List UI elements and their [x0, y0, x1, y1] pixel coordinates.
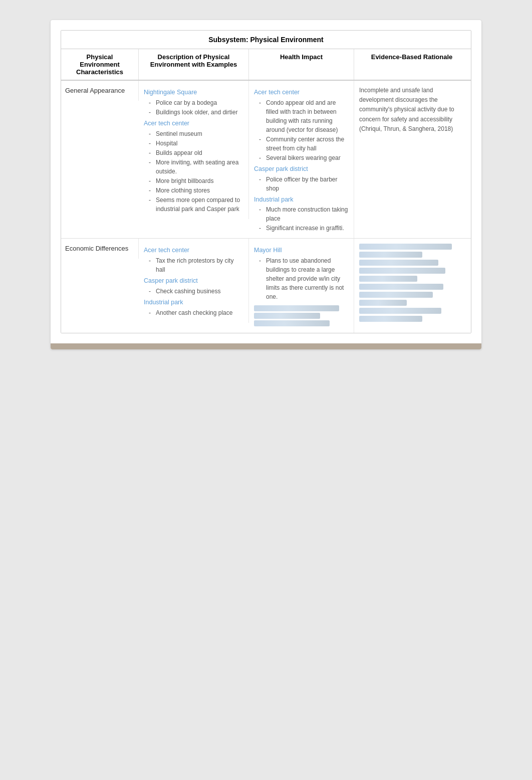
bullet-item: Plans to use abandoned buildings to crea… [259, 256, 349, 301]
rationale-text: Incomplete and unsafe land development d… [359, 86, 464, 134]
industrial-health-bullets: Much more construction taking place Sign… [254, 205, 349, 233]
table-body: General Appearance Nightingale Square Po… [61, 81, 471, 333]
acer-econ-bullets: Tax the rich protestors by city hall [144, 256, 243, 274]
row2-rationale [354, 239, 469, 328]
location-industrial-health: Industrial park [254, 195, 349, 205]
row1-rationale: Incomplete and unsafe land development d… [354, 81, 469, 139]
col-header-4: Evidence-Based Rationale [354, 49, 469, 80]
bullet-item: Builds appear old [149, 148, 243, 157]
row2-label: Economic Differences [61, 239, 139, 259]
location-acer: Acer tech center [144, 119, 243, 128]
bullet-item: Sentinel museum [149, 129, 243, 138]
bullet-item: Condo appear old and are filled with tra… [259, 98, 349, 134]
location-mayor-hill: Mayor Hill [254, 246, 349, 255]
nightingale-bullets: Police car by a bodega Buildings look ol… [144, 98, 243, 117]
bullet-item: More bright billboards [149, 176, 243, 185]
row1-label: General Appearance [61, 81, 139, 101]
bottom-bar [51, 343, 481, 349]
casper-econ-bullets: Check cashing business [144, 287, 243, 296]
bullet-item: More clothing stores [149, 186, 243, 195]
table-row: Economic Differences Acer tech center Ta… [61, 239, 471, 333]
location-casper-health: Casper park district [254, 164, 349, 174]
column-headers: Physical Environment Characteristics Des… [61, 49, 471, 81]
bullet-item: Check cashing business [149, 287, 243, 296]
casper-health-bullets: Police officer by the barber shop [254, 175, 349, 193]
col-header-3: Health Impact [249, 49, 354, 80]
location-nightingale: Nightingale Square [144, 88, 243, 97]
col-header-2: Description of Physical Environment with… [139, 49, 249, 80]
bullet-item: More inviting, with seating area outside… [149, 158, 243, 176]
location-acer-health: Acer tech center [254, 88, 349, 97]
row2-health-impact: Mayor Hill Plans to use abandoned buildi… [249, 239, 354, 333]
table-title: Subsystem: Physical Environment [61, 31, 471, 49]
bullet-item: Tax the rich protestors by city hall [149, 256, 243, 274]
location-acer-econ: Acer tech center [144, 246, 243, 255]
bullet-item: Hospital [149, 139, 243, 148]
bullet-item: Significant increase in graffiti. [259, 224, 349, 233]
location-industrial-econ: Industrial park [144, 298, 243, 307]
row2-description: Acer tech center Tax the rich protestors… [139, 239, 249, 322]
bullet-item: Buildings look older, and dirtier [149, 108, 243, 117]
bullet-item: Seems more open compared to industrial p… [149, 196, 243, 214]
bullet-item: Another cash checking place [149, 308, 243, 317]
bullet-item: Much more construction taking place [259, 205, 349, 223]
page-container: Subsystem: Physical Environment Physical… [51, 20, 481, 349]
bullet-item: Several bikers wearing gear [259, 153, 349, 162]
acer-health-bullets: Condo appear old and are filled with tra… [254, 98, 349, 162]
row1-health-impact: Acer tech center Condo appear old and ar… [249, 81, 354, 238]
acer-bullets: Sentinel museum Hospital Builds appear o… [144, 129, 243, 214]
bullet-item: Community center across the street from … [259, 135, 349, 153]
table-row: General Appearance Nightingale Square Po… [61, 81, 471, 239]
industrial-econ-bullets: Another cash checking place [144, 308, 243, 317]
row1-description: Nightingale Square Police car by a bodeg… [139, 81, 249, 219]
location-casper-econ: Casper park district [144, 276, 243, 286]
bullet-item: Police car by a bodega [149, 98, 243, 107]
bullet-item: Police officer by the barber shop [259, 175, 349, 193]
mayor-hill-bullets: Plans to use abandoned buildings to crea… [254, 256, 349, 301]
col-header-1: Physical Environment Characteristics [61, 49, 139, 80]
main-table: Subsystem: Physical Environment Physical… [61, 30, 471, 333]
